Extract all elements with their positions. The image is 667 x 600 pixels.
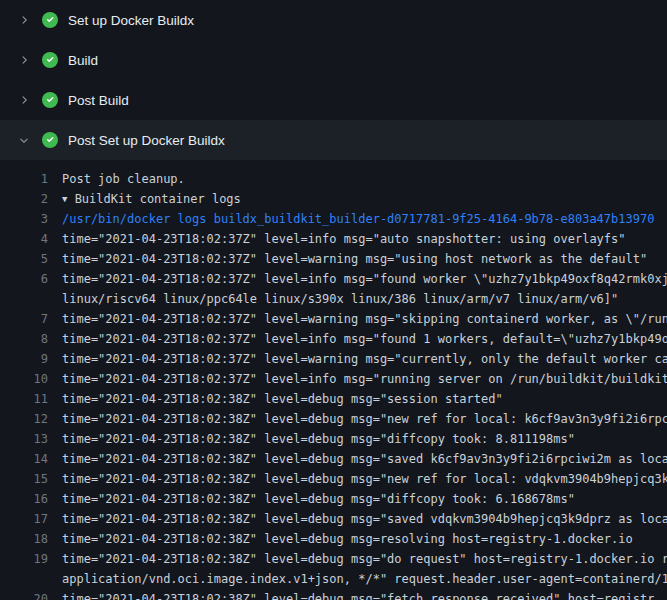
chevron-right-icon: [16, 52, 32, 68]
section-header-set-up-docker-buildx[interactable]: Set up Docker Buildx: [0, 0, 667, 40]
log-row: 2 ▼ BuildKit container logs: [0, 189, 667, 209]
log-line-number[interactable]: 5: [0, 249, 48, 269]
section-header-post-set-up-docker-buildx[interactable]: Post Set up Docker Buildx: [0, 120, 667, 160]
log-line-number[interactable]: 14: [0, 449, 48, 469]
log-row: 4 time="2021-04-23T18:02:37Z" level=info…: [0, 229, 667, 249]
log-row: 11 time="2021-04-23T18:02:38Z" level=deb…: [0, 389, 667, 409]
log-line-number[interactable]: 10: [0, 369, 48, 389]
log-line-text: time="2021-04-23T18:02:38Z" level=debug …: [48, 489, 575, 509]
log-line-text: time="2021-04-23T18:02:37Z" level=info m…: [48, 369, 667, 389]
log-row: 9 time="2021-04-23T18:02:37Z" level=warn…: [0, 349, 667, 369]
log-row: 15 time="2021-04-23T18:02:38Z" level=deb…: [0, 469, 667, 489]
log-line-number[interactable]: 19: [0, 549, 48, 569]
log-line-text: time="2021-04-23T18:02:38Z" level=debug …: [48, 449, 667, 469]
log-row-wrap: application/vnd.oci.image.index.v1+json,…: [0, 569, 667, 589]
log-line-number[interactable]: 15: [0, 469, 48, 489]
log-line-text: time="2021-04-23T18:02:37Z" level=warnin…: [48, 309, 667, 329]
log-line-number[interactable]: 18: [0, 529, 48, 549]
log-line-number[interactable]: [0, 569, 48, 589]
log-line-number[interactable]: [0, 289, 48, 309]
section-title: Post Set up Docker Buildx: [68, 133, 225, 148]
chevron-right-icon: [16, 92, 32, 108]
log-line-number[interactable]: 16: [0, 489, 48, 509]
section-title: Set up Docker Buildx: [68, 13, 194, 28]
log-line-text: time="2021-04-23T18:02:38Z" level=debug …: [48, 389, 503, 409]
log-line-text: time="2021-04-23T18:02:38Z" level=debug …: [48, 409, 667, 429]
log-lines: 1 Post job cleanup. 2 ▼ BuildKit contain…: [0, 160, 667, 600]
log-row: 8 time="2021-04-23T18:02:37Z" level=info…: [0, 329, 667, 349]
log-row: 14 time="2021-04-23T18:02:38Z" level=deb…: [0, 449, 667, 469]
log-line-text: time="2021-04-23T18:02:38Z" level=debug …: [48, 469, 667, 489]
log-line-number[interactable]: 7: [0, 309, 48, 329]
log-row: 17 time="2021-04-23T18:02:38Z" level=deb…: [0, 509, 667, 529]
log-line-text: application/vnd.oci.image.index.v1+json,…: [48, 569, 667, 589]
log-row: 7 time="2021-04-23T18:02:37Z" level=warn…: [0, 309, 667, 329]
log-line-number[interactable]: 11: [0, 389, 48, 409]
log-line-number[interactable]: 3: [0, 209, 48, 229]
log-line-number[interactable]: 2: [0, 189, 48, 209]
success-check-circle-icon: [42, 12, 58, 28]
log-line-number[interactable]: 9: [0, 349, 48, 369]
success-check-circle-icon: [42, 52, 58, 68]
log-line-text: time="2021-04-23T18:02:37Z" level=info m…: [48, 329, 667, 349]
success-check-circle-icon: [42, 132, 58, 148]
log-line-text: time="2021-04-23T18:02:37Z" level=info m…: [48, 229, 626, 249]
log-line-text: Post job cleanup.: [48, 169, 185, 189]
log-line-text: /usr/bin/docker logs buildx_buildkit_bui…: [48, 209, 654, 229]
log-row: 5 time="2021-04-23T18:02:37Z" level=warn…: [0, 249, 667, 269]
log-line-number[interactable]: 13: [0, 429, 48, 449]
log-line-text: time="2021-04-23T18:02:38Z" level=debug …: [48, 589, 654, 600]
log-line-text: linux/riscv64 linux/ppc64le linux/s390x …: [48, 289, 618, 309]
log-row: 3 /usr/bin/docker logs buildx_buildkit_b…: [0, 209, 667, 229]
section-title: Build: [68, 53, 98, 68]
log-line-text: time="2021-04-23T18:02:38Z" level=debug …: [48, 529, 633, 549]
log-line-number[interactable]: 1: [0, 169, 48, 189]
log-row-wrap: linux/riscv64 linux/ppc64le linux/s390x …: [0, 289, 667, 309]
log-line-text: time="2021-04-23T18:02:37Z" level=info m…: [48, 269, 667, 289]
log-row: 1 Post job cleanup.: [0, 169, 667, 189]
log-line-number[interactable]: 8: [0, 329, 48, 349]
chevron-down-icon: [16, 132, 32, 148]
success-check-circle-icon: [42, 92, 58, 108]
log-line-text: ▼ BuildKit container logs: [48, 189, 241, 209]
log-row: 18 time="2021-04-23T18:02:38Z" level=deb…: [0, 529, 667, 549]
log-row: 6 time="2021-04-23T18:02:37Z" level=info…: [0, 269, 667, 289]
section-title: Post Build: [68, 93, 129, 108]
log-row: 20 time="2021-04-23T18:02:38Z" level=deb…: [0, 589, 667, 600]
log-row: 12 time="2021-04-23T18:02:38Z" level=deb…: [0, 409, 667, 429]
log-line-number[interactable]: 6: [0, 269, 48, 289]
log-line-number[interactable]: 4: [0, 229, 48, 249]
section-header-build[interactable]: Build: [0, 40, 667, 80]
log-line-number[interactable]: 20: [0, 589, 48, 600]
log-row: 16 time="2021-04-23T18:02:38Z" level=deb…: [0, 489, 667, 509]
log-row: 13 time="2021-04-23T18:02:38Z" level=deb…: [0, 429, 667, 449]
log-line-text: time="2021-04-23T18:02:38Z" level=debug …: [48, 509, 667, 529]
log-row: 10 time="2021-04-23T18:02:37Z" level=inf…: [0, 369, 667, 389]
log-line-text: time="2021-04-23T18:02:38Z" level=debug …: [48, 429, 575, 449]
log-line-text: time="2021-04-23T18:02:37Z" level=warnin…: [48, 249, 647, 269]
chevron-right-icon: [16, 12, 32, 28]
section-header-post-build[interactable]: Post Build: [0, 80, 667, 120]
group-toggle-icon[interactable]: ▼: [62, 189, 67, 209]
log-line-number[interactable]: 12: [0, 409, 48, 429]
log-row: 19 time="2021-04-23T18:02:38Z" level=deb…: [0, 549, 667, 569]
log-line-number[interactable]: 17: [0, 509, 48, 529]
log-line-text: time="2021-04-23T18:02:37Z" level=warnin…: [48, 349, 667, 369]
log-line-text: time="2021-04-23T18:02:38Z" level=debug …: [48, 549, 667, 569]
